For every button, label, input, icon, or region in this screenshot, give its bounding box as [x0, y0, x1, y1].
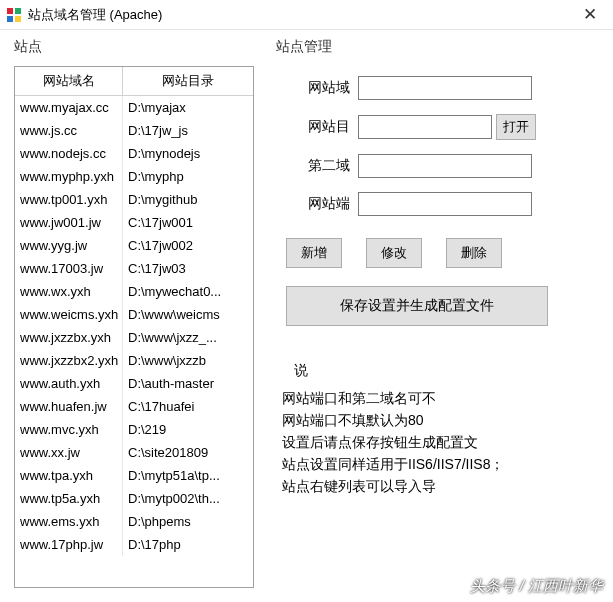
cell-dir: C:\17jw03	[123, 257, 253, 280]
cell-domain: www.myajax.cc	[15, 96, 123, 119]
sites-table[interactable]: 网站域名 网站目录 www.myajax.ccD:\myajaxwww.js.c…	[14, 66, 254, 588]
cell-dir: D:\17jw_js	[123, 119, 253, 142]
cell-domain: www.js.cc	[15, 119, 123, 142]
cell-dir: D:\www\weicms	[123, 303, 253, 326]
hint-line: 站点设置同样适用于IIS6/IIS7/IIS8；	[282, 456, 599, 474]
table-row[interactable]: www.weicms.yxhD:\www\weicms	[15, 303, 253, 326]
cell-dir: D:\219	[123, 418, 253, 441]
cell-dir: D:\myphp	[123, 165, 253, 188]
hint-line: 设置后请点保存按钮生成配置文	[282, 434, 599, 452]
cell-dir: D:\mynodejs	[123, 142, 253, 165]
table-row[interactable]: www.17003.jwC:\17jw03	[15, 257, 253, 280]
cell-domain: www.tp5a.yxh	[15, 487, 123, 510]
hint-line: 网站端口和第二域名可不	[282, 390, 599, 408]
input-second[interactable]	[358, 154, 532, 178]
watermark: 头条号 / 江西叶新华	[470, 577, 603, 596]
hint-line: 站点右键列表可以导入导	[282, 478, 599, 496]
label-dir: 网站目	[276, 118, 358, 136]
table-row[interactable]: www.wx.yxhD:\mywechat0...	[15, 280, 253, 303]
add-button[interactable]: 新增	[286, 238, 342, 268]
cell-domain: www.17003.jw	[15, 257, 123, 280]
hint-title: 说	[294, 362, 599, 380]
cell-dir: D:\www\jxzzb	[123, 349, 253, 372]
hint-line: 网站端口不填默认为80	[282, 412, 599, 430]
label-domain: 网站域	[276, 79, 358, 97]
table-row[interactable]: www.yyg.jwC:\17jw002	[15, 234, 253, 257]
cell-domain: www.weicms.yxh	[15, 303, 123, 326]
cell-dir: D:\mygithub	[123, 188, 253, 211]
th-dir[interactable]: 网站目录	[123, 67, 253, 95]
cell-dir: D:\auth-master	[123, 372, 253, 395]
cell-dir: C:\site201809	[123, 441, 253, 464]
table-row[interactable]: www.17php.jwD:\17php	[15, 533, 253, 556]
cell-domain: www.tp001.yxh	[15, 188, 123, 211]
cell-domain: www.ems.yxh	[15, 510, 123, 533]
app-icon	[6, 7, 22, 23]
delete-button[interactable]: 删除	[446, 238, 502, 268]
cell-domain: www.jw001.jw	[15, 211, 123, 234]
cell-domain: www.yyg.jw	[15, 234, 123, 257]
cell-domain: www.nodejs.cc	[15, 142, 123, 165]
table-row[interactable]: www.mvc.yxhD:\219	[15, 418, 253, 441]
cell-domain: www.auth.yxh	[15, 372, 123, 395]
edit-button[interactable]: 修改	[366, 238, 422, 268]
table-row[interactable]: www.nodejs.ccD:\mynodejs	[15, 142, 253, 165]
table-row[interactable]: www.jxzzbx2.yxhD:\www\jxzzb	[15, 349, 253, 372]
cell-dir: D:\mytp002\th...	[123, 487, 253, 510]
save-button[interactable]: 保存设置并生成配置文件	[286, 286, 548, 326]
close-icon[interactable]: ✕	[575, 4, 605, 25]
cell-dir: C:\17jw001	[123, 211, 253, 234]
cell-dir: D:\mytp51a\tp...	[123, 464, 253, 487]
table-row[interactable]: www.jw001.jwC:\17jw001	[15, 211, 253, 234]
svg-rect-2	[7, 16, 13, 22]
window-title: 站点域名管理 (Apache)	[28, 6, 575, 24]
sites-label: 站点	[14, 38, 254, 56]
cell-domain: www.wx.yxh	[15, 280, 123, 303]
cell-dir: D:\mywechat0...	[123, 280, 253, 303]
cell-domain: www.jxzzbx.yxh	[15, 326, 123, 349]
table-row[interactable]: www.jxzzbx.yxhD:\www\jxzz_...	[15, 326, 253, 349]
th-domain[interactable]: 网站域名	[15, 67, 123, 95]
table-row[interactable]: www.xx.jwC:\site201809	[15, 441, 253, 464]
table-row[interactable]: www.js.ccD:\17jw_js	[15, 119, 253, 142]
svg-rect-0	[7, 8, 13, 14]
cell-dir: D:\17php	[123, 533, 253, 556]
input-domain[interactable]	[358, 76, 532, 100]
titlebar: 站点域名管理 (Apache) ✕	[0, 0, 613, 30]
table-header: 网站域名 网站目录	[15, 67, 253, 96]
cell-domain: www.jxzzbx2.yxh	[15, 349, 123, 372]
cell-domain: www.17php.jw	[15, 533, 123, 556]
svg-rect-1	[15, 8, 21, 14]
manage-label: 站点管理	[276, 38, 599, 56]
label-second: 第二域	[276, 157, 358, 175]
table-row[interactable]: www.huafen.jwC:\17huafei	[15, 395, 253, 418]
cell-domain: www.mvc.yxh	[15, 418, 123, 441]
open-button[interactable]: 打开	[496, 114, 536, 140]
table-row[interactable]: www.auth.yxhD:\auth-master	[15, 372, 253, 395]
cell-domain: www.myphp.yxh	[15, 165, 123, 188]
svg-rect-3	[15, 16, 21, 22]
cell-dir: D:\phpems	[123, 510, 253, 533]
table-row[interactable]: www.tpa.yxhD:\mytp51a\tp...	[15, 464, 253, 487]
cell-dir: C:\17huafei	[123, 395, 253, 418]
table-row[interactable]: www.tp001.yxhD:\mygithub	[15, 188, 253, 211]
cell-domain: www.huafen.jw	[15, 395, 123, 418]
label-port: 网站端	[276, 195, 358, 213]
input-port[interactable]	[358, 192, 532, 216]
table-row[interactable]: www.myajax.ccD:\myajax	[15, 96, 253, 119]
table-row[interactable]: www.myphp.yxhD:\myphp	[15, 165, 253, 188]
table-row[interactable]: www.ems.yxhD:\phpems	[15, 510, 253, 533]
cell-dir: D:\www\jxzz_...	[123, 326, 253, 349]
cell-dir: D:\myajax	[123, 96, 253, 119]
cell-domain: www.tpa.yxh	[15, 464, 123, 487]
input-dir[interactable]	[358, 115, 492, 139]
cell-dir: C:\17jw002	[123, 234, 253, 257]
cell-domain: www.xx.jw	[15, 441, 123, 464]
table-row[interactable]: www.tp5a.yxhD:\mytp002\th...	[15, 487, 253, 510]
